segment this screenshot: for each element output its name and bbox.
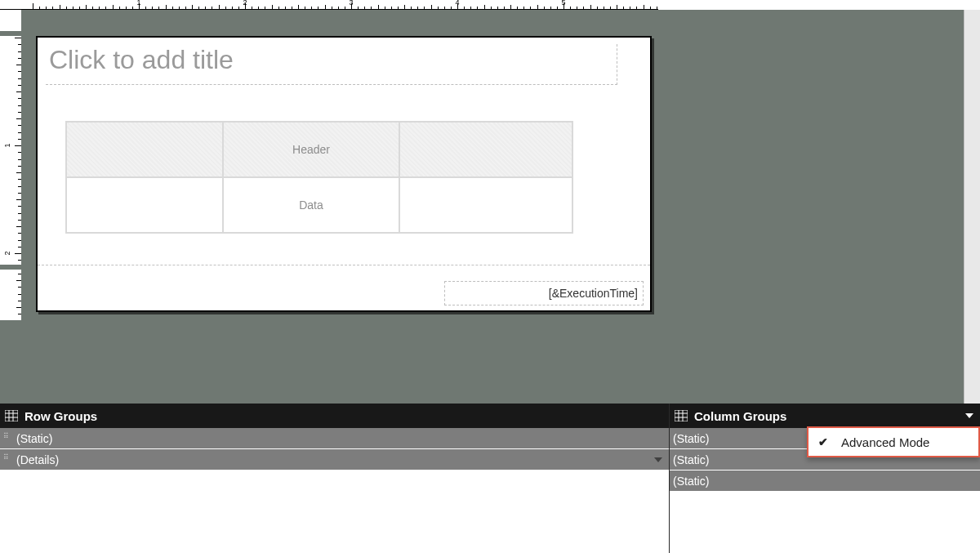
dropdown-icon[interactable]	[653, 454, 664, 466]
tablix-header-cell[interactable]	[66, 122, 223, 177]
tablix-data-cell[interactable]	[66, 177, 223, 233]
tablix-header-row[interactable]: Header	[66, 122, 572, 177]
drag-handle-icon: ⠿	[3, 455, 10, 465]
group-item-label: (Static)	[673, 453, 709, 466]
row-group-item[interactable]: ⠿(Static)	[0, 428, 669, 449]
svg-rect-5	[675, 410, 688, 421]
column-group-item[interactable]: (Static)	[670, 470, 980, 492]
ruler-vertical: 12	[0, 10, 21, 320]
tablix-header-cell[interactable]	[399, 122, 572, 177]
column-groups-header: Column Groups	[670, 404, 980, 428]
menu-item-advanced-mode[interactable]: ✔ Advanced Mode	[808, 428, 978, 456]
row-groups-pane: Row Groups ⠿(Static)⠿(Details)	[0, 404, 670, 553]
group-item-label: (Static)	[16, 432, 52, 445]
ruler-horizontal: 12345	[0, 0, 658, 10]
body-footer-separator	[38, 265, 650, 265]
footer-execution-time[interactable]: [&ExecutionTime]	[444, 281, 644, 305]
tablix-header-cell[interactable]: Header	[223, 122, 399, 177]
check-icon: ✔	[818, 435, 831, 448]
row-groups-header: Row Groups	[0, 404, 669, 428]
vertical-scrollbar[interactable]	[964, 10, 980, 404]
drag-handle-icon: ⠿	[3, 434, 10, 444]
row-group-item[interactable]: ⠿(Details)	[0, 449, 669, 470]
row-groups-list: ⠿(Static)⠿(Details)	[0, 428, 669, 553]
table-icon	[675, 410, 688, 421]
group-item-label: (Static)	[673, 475, 709, 488]
tablix-data-cell[interactable]: Data	[223, 177, 399, 233]
row-groups-title: Row Groups	[24, 409, 97, 423]
menu-item-label: Advanced Mode	[841, 435, 929, 449]
tablix[interactable]: Header Data	[65, 121, 573, 234]
column-groups-title: Column Groups	[694, 409, 786, 423]
column-groups-menu-button[interactable]	[964, 410, 975, 421]
title-placeholder[interactable]: Click to add title	[46, 44, 617, 85]
svg-rect-0	[5, 410, 18, 421]
column-groups-context-menu: ✔ Advanced Mode	[807, 426, 980, 457]
tablix-data-row[interactable]: Data	[66, 177, 572, 233]
report-page[interactable]: Click to add title Header Data [&Executi…	[36, 36, 652, 312]
table-icon	[5, 410, 18, 421]
tablix-data-cell[interactable]	[399, 177, 572, 233]
group-item-label: (Static)	[673, 432, 709, 445]
group-item-label: (Details)	[16, 453, 59, 466]
